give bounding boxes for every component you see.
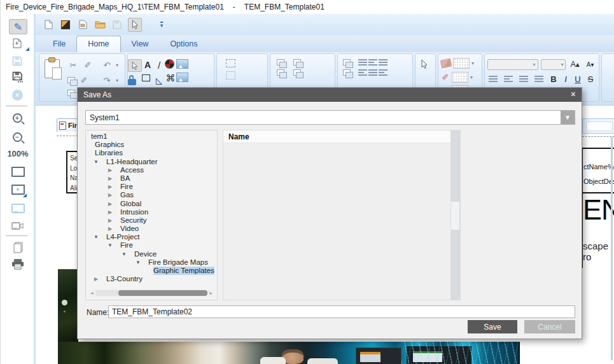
- align-right-icon[interactable]: [379, 59, 389, 66]
- color-wheel-icon[interactable]: [165, 59, 174, 69]
- expand-arrow-icon[interactable]: ▶: [105, 191, 115, 199]
- scrollbar-thumb[interactable]: [118, 290, 207, 296]
- comment-button-disabled[interactable]: [10, 202, 25, 214]
- undo-dropdown-icon[interactable]: ▾: [116, 62, 122, 68]
- distribute-h-icon[interactable]: [368, 69, 379, 76]
- expand-arrow-icon[interactable]: ▶: [91, 275, 101, 283]
- tree-item-intrusion[interactable]: ▶Intrusion: [86, 208, 217, 216]
- list-vertical-scrollbar[interactable]: [450, 130, 460, 300]
- tree-item-libraries[interactable]: Libraries: [86, 149, 217, 157]
- regroup-icon[interactable]: [293, 59, 301, 66]
- fill-dropdown-icon[interactable]: ▾: [471, 60, 478, 66]
- group-icon[interactable]: [277, 59, 284, 66]
- font-family-combo[interactable]: ▾: [487, 59, 538, 70]
- open-file-button[interactable]: [94, 18, 106, 31]
- text-tool-icon[interactable]: A: [142, 59, 153, 71]
- tree-item-security[interactable]: ▶Security: [86, 216, 217, 225]
- new-shape-button[interactable]: [10, 37, 25, 50]
- tree-item-tem1[interactable]: tem1: [86, 132, 217, 141]
- edit-image-icon[interactable]: [176, 73, 188, 82]
- distribute-v-icon[interactable]: [379, 69, 389, 76]
- fill-color-icon[interactable]: [440, 58, 452, 68]
- collapse-arrow-icon[interactable]: ▼: [91, 158, 101, 166]
- align-center-icon[interactable]: [368, 59, 379, 66]
- tree-item-ba[interactable]: ▶BA: [86, 174, 217, 183]
- open-project-button[interactable]: [59, 18, 72, 31]
- align-top-icon[interactable]: [358, 69, 368, 76]
- bring-forward-icon[interactable]: [343, 59, 351, 66]
- pointer-tool-button[interactable]: [128, 59, 142, 72]
- grow-font-icon[interactable]: A▴: [568, 59, 582, 70]
- scrollbar-track[interactable]: [95, 290, 207, 296]
- save-button[interactable]: Save: [468, 320, 517, 333]
- edit-pen-button[interactable]: ✎: [9, 19, 27, 34]
- paste-special-icon[interactable]: ✐: [78, 74, 90, 86]
- tree-item-fire-brigade-maps[interactable]: ▼Fire Brigade Maps: [86, 258, 217, 267]
- ungroup-icon[interactable]: [277, 69, 284, 76]
- tree-item-l3-country[interactable]: ▶L3-Country: [86, 275, 217, 283]
- undo-icon[interactable]: ↶: [101, 59, 113, 71]
- tree-item-l4-project[interactable]: ▼L4-Project: [86, 233, 217, 241]
- bold-icon[interactable]: B: [550, 73, 557, 85]
- tree-item-device[interactable]: ▼Device: [86, 250, 217, 258]
- fit-view-button[interactable]: [10, 165, 25, 178]
- line-pattern-swatch[interactable]: [452, 72, 468, 83]
- zoom-in-button[interactable]: +: [11, 111, 24, 124]
- save-button-disabled[interactable]: [10, 55, 24, 67]
- line-color-icon[interactable]: ✐: [441, 71, 450, 83]
- name-input[interactable]: [108, 305, 575, 318]
- tab-file[interactable]: File: [42, 36, 76, 52]
- align-left-icon[interactable]: [358, 59, 368, 66]
- page-preview-button[interactable]: [10, 241, 25, 255]
- dialog-titlebar[interactable]: Save As ×: [78, 88, 582, 102]
- new-document-button[interactable]: [42, 18, 55, 31]
- cancel-button[interactable]: Cancel: [524, 320, 575, 333]
- copy-icon[interactable]: [67, 77, 75, 83]
- font-size-combo[interactable]: ▾: [541, 59, 566, 70]
- format-painter-icon[interactable]: ✐: [82, 59, 94, 71]
- scroll-left-icon[interactable]: ◂: [88, 290, 95, 296]
- expand-arrow-icon[interactable]: ▶: [105, 225, 115, 233]
- insert-image-icon[interactable]: [176, 59, 188, 69]
- tree-item-graphics[interactable]: Graphics: [86, 141, 217, 149]
- quick-save-button-disabled[interactable]: [111, 18, 123, 31]
- scrollbar-thumb[interactable]: [451, 202, 459, 230]
- list-header-name[interactable]: Name: [223, 130, 450, 143]
- text-align-center-icon[interactable]: [504, 76, 514, 82]
- text-align-left-icon[interactable]: [489, 76, 499, 82]
- collapse-arrow-icon[interactable]: ▼: [133, 258, 143, 267]
- close-document-button-disabled[interactable]: ×: [11, 88, 24, 101]
- send-backward-icon[interactable]: [343, 69, 351, 76]
- expand-arrow-icon[interactable]: ▶: [105, 174, 115, 183]
- line-tool-icon[interactable]: /: [153, 59, 165, 71]
- collapse-arrow-icon[interactable]: ▼: [105, 241, 115, 249]
- tab-home[interactable]: Home: [76, 36, 120, 52]
- pan-view-button[interactable]: +: [10, 183, 25, 196]
- collapse-arrow-icon[interactable]: ▼: [119, 250, 129, 258]
- duplicate-icon[interactable]: [67, 90, 75, 96]
- expand-arrow-icon[interactable]: ▶: [105, 183, 115, 191]
- tree-item-access[interactable]: ▶Access: [86, 166, 217, 174]
- fill-pattern-swatch[interactable]: [453, 58, 470, 69]
- text-align-right-icon[interactable]: [519, 76, 529, 82]
- tab-options[interactable]: Options: [159, 36, 208, 52]
- customize-toolbar-button[interactable]: ▾: [155, 18, 168, 31]
- combobox-arrow-button[interactable]: ▼: [561, 111, 575, 124]
- tree-item-global[interactable]: ▶Global: [86, 200, 217, 208]
- save-as-button[interactable]: [10, 70, 24, 84]
- underline-icon[interactable]: U: [574, 73, 582, 85]
- lock-icon[interactable]: [128, 79, 136, 85]
- paste-icon[interactable]: [45, 59, 60, 78]
- tree-item-fire[interactable]: ▶Fire: [86, 183, 217, 191]
- tree-item-l1-headquarter[interactable]: ▼L1-Headquarter: [86, 158, 217, 166]
- collapse-arrow-icon[interactable]: ▼: [91, 233, 101, 241]
- expand-arrow-icon[interactable]: ▶: [105, 200, 115, 208]
- tree-horizontal-scrollbar[interactable]: ◂ ▸: [88, 289, 214, 297]
- line-dropdown-icon[interactable]: ▾: [470, 74, 477, 80]
- tree-item-fire[interactable]: ▼Fire: [86, 241, 217, 249]
- tree-item-video[interactable]: ▶Video: [86, 225, 217, 233]
- document-tab[interactable]: Fir: [57, 118, 78, 132]
- system-combobox[interactable]: System1 ▼: [85, 110, 575, 125]
- redo-icon[interactable]: ↷: [101, 74, 113, 86]
- rectangle-tool-icon[interactable]: [142, 74, 150, 81]
